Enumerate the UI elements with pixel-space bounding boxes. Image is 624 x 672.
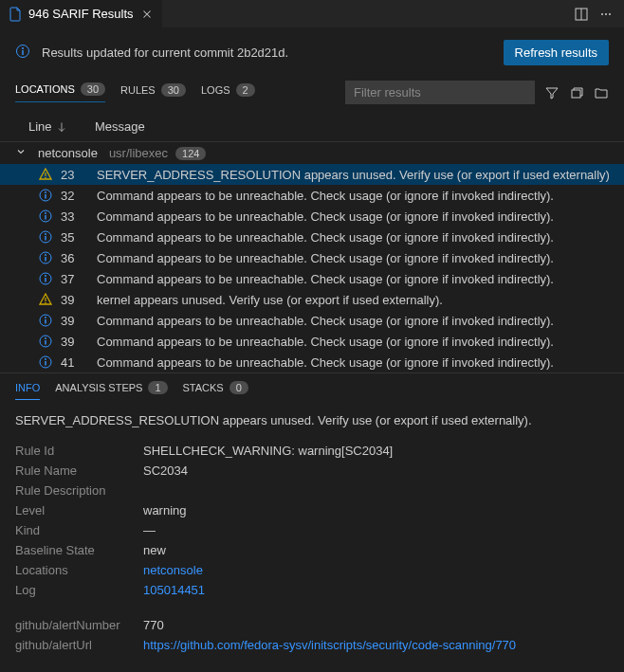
- split-editor-icon[interactable]: [571, 4, 592, 25]
- line-number: 37: [61, 272, 89, 286]
- detail-key: github/alertUrl: [15, 638, 143, 652]
- result-message: Command appears to be unreachable. Check…: [97, 272, 609, 286]
- result-row[interactable]: 39Command appears to be unreachable. Che…: [0, 331, 624, 352]
- result-row[interactable]: 37Command appears to be unreachable. Che…: [0, 268, 624, 289]
- detail-row: Rule IdSHELLCHECK_WARNING: warning[SC203…: [15, 441, 609, 461]
- result-row[interactable]: 23SERVER_ADDRESS_RESOLUTION appears unus…: [0, 164, 624, 185]
- svg-rect-19: [45, 236, 46, 241]
- line-number: 33: [61, 209, 89, 224]
- detail-row: Baseline Statenew: [15, 540, 609, 560]
- result-row[interactable]: 41Command appears to be unreachable. Che…: [0, 352, 624, 372]
- line-number: 23: [61, 168, 89, 182]
- detail-row: Log105014451: [15, 580, 609, 600]
- detail-row: Levelwarning: [15, 500, 609, 520]
- result-row[interactable]: 39Command appears to be unreachable. Che…: [0, 310, 624, 331]
- table-header: Line Message: [0, 112, 624, 142]
- detail-tab-info[interactable]: INFO: [15, 381, 40, 400]
- detail-value[interactable]: https://github.com/fedora-sysv/initscrip…: [143, 638, 516, 652]
- detail-tab-analysis-steps[interactable]: ANALYSIS STEPS 1: [55, 381, 167, 400]
- detail-value[interactable]: 105014451: [143, 583, 205, 597]
- svg-rect-22: [45, 257, 46, 262]
- detail-key: Level: [15, 503, 143, 518]
- info-icon: [38, 354, 53, 370]
- editor-tab[interactable]: 946 SARIF Results: [0, 0, 162, 28]
- tab-title: 946 SARIF Results: [28, 7, 134, 21]
- tab-rules[interactable]: RULES 30: [120, 83, 186, 102]
- column-message[interactable]: Message: [95, 119, 596, 134]
- info-icon: [15, 44, 30, 62]
- tab-label: RULES: [120, 84, 156, 96]
- svg-point-27: [45, 302, 46, 304]
- svg-point-15: [45, 212, 46, 214]
- info-icon: [38, 188, 53, 203]
- result-row[interactable]: 39kernel appears unused. Verify use (or …: [0, 289, 624, 310]
- detail-key: Locations: [15, 563, 143, 577]
- result-message: Command appears to be unreachable. Check…: [97, 355, 609, 370]
- detail-tab-stacks[interactable]: STACKS 0: [183, 381, 248, 400]
- detail-value[interactable]: netconsole: [143, 563, 203, 577]
- update-banner: Results updated for current commit 2b2d2…: [0, 28, 624, 77]
- detail-tabs: INFO ANALYSIS STEPS 1 STACKS 0: [0, 372, 624, 400]
- result-row[interactable]: 33Command appears to be unreachable. Che…: [0, 206, 624, 227]
- results-list: 23SERVER_ADDRESS_RESOLUTION appears unus…: [0, 164, 624, 372]
- svg-rect-30: [45, 319, 46, 324]
- detail-row: Rule Description: [15, 481, 609, 500]
- detail-row: Kind—: [15, 520, 609, 540]
- detail-key: Rule Name: [15, 463, 143, 478]
- info-icon: [38, 209, 53, 224]
- svg-point-21: [45, 254, 46, 256]
- result-row[interactable]: 35Command appears to be unreachable. Che…: [0, 227, 624, 247]
- count-badge: 0: [229, 381, 248, 394]
- line-number: 41: [61, 355, 89, 370]
- svg-rect-36: [45, 361, 46, 366]
- result-message: Command appears to be unreachable. Check…: [97, 230, 609, 245]
- svg-point-3: [605, 13, 607, 15]
- detail-value: new: [143, 543, 166, 557]
- detail-key: Log: [15, 583, 143, 597]
- svg-rect-8: [572, 90, 580, 98]
- result-message: SERVER_ADDRESS_RESOLUTION appears unused…: [97, 168, 609, 182]
- svg-rect-26: [45, 298, 46, 301]
- open-all-icon[interactable]: [569, 85, 584, 100]
- line-number: 36: [61, 251, 89, 265]
- svg-rect-13: [45, 194, 46, 199]
- warning-icon: [38, 167, 53, 182]
- detail-row: github/alertNumber770: [15, 615, 609, 635]
- svg-rect-9: [45, 173, 46, 176]
- tab-logs[interactable]: LOGS 2: [201, 83, 255, 102]
- more-icon[interactable]: [596, 4, 616, 25]
- svg-rect-25: [45, 278, 46, 282]
- group-path: usr/libexec: [109, 146, 168, 160]
- detail-value: 770: [143, 618, 164, 632]
- svg-rect-7: [22, 50, 23, 55]
- detail-row: github/alertUrlhttps://github.com/fedora…: [15, 635, 609, 655]
- detail-row: Locationsnetconsole: [15, 560, 609, 580]
- detail-key: Rule Description: [15, 483, 143, 498]
- tab-locations[interactable]: LOCATIONS 30: [15, 82, 105, 102]
- svg-rect-16: [45, 215, 46, 220]
- filter-input[interactable]: [345, 81, 535, 104]
- sort-down-icon: [56, 121, 67, 133]
- detail-key: Rule Id: [15, 444, 143, 458]
- result-message: kernel appears unused. Verify use (or ex…: [97, 293, 609, 307]
- column-line[interactable]: Line: [28, 119, 95, 134]
- line-number: 39: [61, 335, 89, 349]
- svg-point-32: [45, 337, 46, 339]
- file-icon: [8, 7, 23, 22]
- detail-value: —: [143, 523, 156, 537]
- result-row[interactable]: 32Command appears to be unreachable. Che…: [0, 185, 624, 206]
- detail-value: SHELLCHECK_WARNING: warning[SC2034]: [143, 444, 393, 458]
- group-row[interactable]: netconsole usr/libexec 124: [0, 142, 624, 164]
- refresh-button[interactable]: Refresh results: [504, 40, 609, 65]
- banner-text: Results updated for current commit 2b2d2…: [42, 45, 288, 60]
- svg-point-12: [45, 191, 46, 193]
- close-icon[interactable]: [139, 7, 155, 22]
- svg-point-29: [45, 317, 46, 318]
- warning-icon: [38, 292, 53, 307]
- svg-point-18: [45, 233, 46, 235]
- toolbar: LOCATIONS 30 RULES 30 LOGS 2: [0, 77, 624, 112]
- result-row[interactable]: 36Command appears to be unreachable. Che…: [0, 247, 624, 268]
- filter-icon[interactable]: [544, 85, 560, 100]
- folder-icon[interactable]: [594, 85, 609, 100]
- tab-bar: 946 SARIF Results: [0, 0, 624, 28]
